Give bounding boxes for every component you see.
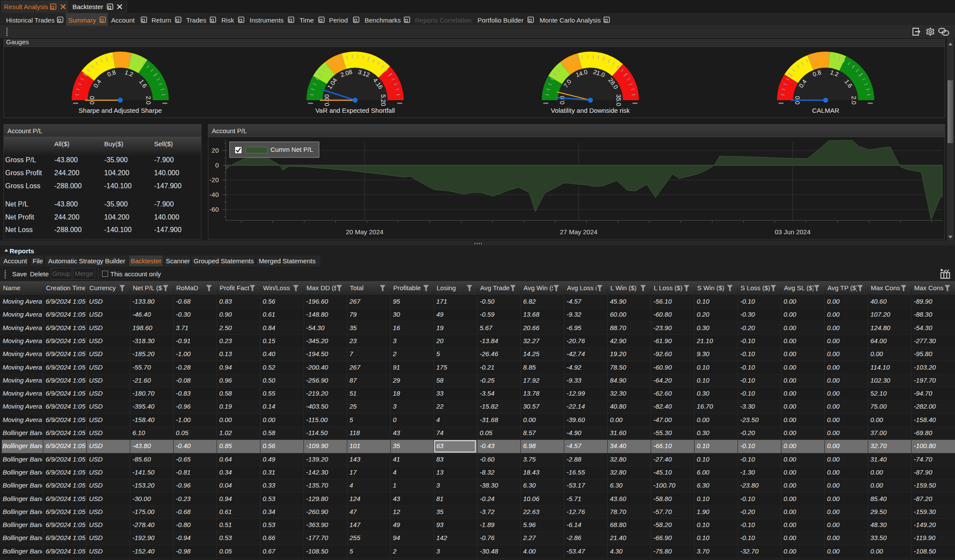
- svg-text:2.0: 2.0: [850, 96, 857, 105]
- svg-text:27 May 2024: 27 May 2024: [560, 228, 598, 236]
- svg-text:VaR and Expected Shortfall: VaR and Expected Shortfall: [315, 107, 395, 114]
- svg-text:CALMAR: CALMAR: [812, 107, 840, 114]
- svg-text:0: 0: [215, 161, 219, 169]
- svg-text:Volatility and Downside risk: Volatility and Downside risk: [551, 107, 630, 114]
- svg-text:20 May 2024: 20 May 2024: [346, 228, 384, 236]
- svg-text:Sharpe and Adjusted Sharpe: Sharpe and Adjusted Sharpe: [79, 107, 162, 114]
- svg-text:-60: -60: [209, 206, 219, 213]
- svg-text:Cumm Net P/L: Cumm Net P/L: [270, 146, 313, 153]
- svg-text:2.0: 2.0: [145, 96, 152, 105]
- svg-text:-20: -20: [209, 176, 219, 183]
- svg-text:35.0: 35.0: [615, 94, 622, 106]
- svg-text:-40: -40: [209, 191, 219, 198]
- svg-text:5.20: 5.20: [380, 94, 387, 106]
- svg-text:03 Jun 2024: 03 Jun 2024: [775, 228, 811, 236]
- svg-text:20: 20: [211, 147, 219, 154]
